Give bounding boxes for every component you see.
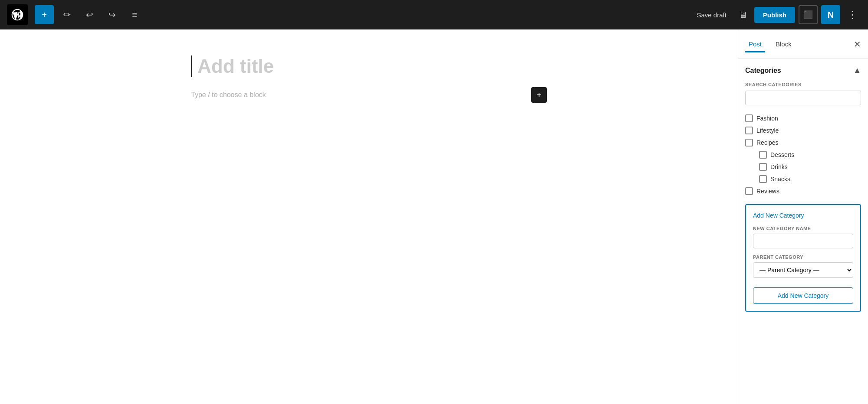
save-draft-button[interactable]: Save draft — [691, 8, 731, 22]
close-icon: ✕ — [854, 39, 861, 49]
parent-category-label: PARENT CATEGORY — [753, 254, 853, 260]
wp-logo-icon — [10, 8, 24, 22]
recipes-label: Recipes — [756, 139, 779, 146]
panel-header: Categories ▲ — [745, 66, 861, 75]
monitor-button[interactable]: 🖥 — [735, 7, 751, 23]
snacks-label: Snacks — [770, 176, 790, 182]
editor-content: Add title Type / to choose a block + — [191, 55, 547, 99]
main-area: Add title Type / to choose a block + Pos… — [0, 29, 868, 404]
panel-toggle-icon: ▲ — [853, 66, 861, 75]
recipes-checkbox[interactable] — [745, 139, 753, 147]
search-categories-input[interactable] — [745, 91, 861, 105]
list-item[interactable]: Recipes — [745, 137, 861, 149]
redo-button[interactable]: ↪ — [102, 5, 122, 24]
panel-toggle-button[interactable]: ▲ — [853, 66, 861, 75]
reviews-checkbox[interactable] — [745, 187, 753, 195]
add-block-button[interactable]: + — [35, 5, 54, 24]
edit-button[interactable]: ✏ — [57, 5, 76, 24]
save-draft-label: Save draft — [697, 11, 726, 19]
undo-icon: ↩ — [86, 10, 93, 20]
desserts-checkbox[interactable] — [759, 151, 767, 159]
n-button[interactable]: N — [821, 5, 840, 24]
sidebar-close-button[interactable]: ✕ — [854, 39, 861, 49]
editor-area: Add title Type / to choose a block + — [0, 29, 738, 404]
add-new-category-link[interactable]: Add New Category — [753, 212, 853, 219]
panel-title: Categories — [745, 67, 781, 75]
category-list: Fashion Lifestyle Recipes Desserts Drink… — [745, 112, 861, 197]
tab-block[interactable]: Block — [772, 37, 795, 52]
publish-label: Publish — [763, 11, 786, 19]
list-item[interactable]: Drinks — [745, 161, 861, 173]
fashion-label: Fashion — [756, 115, 778, 122]
sidebar: Post Block ✕ Categories ▲ SEARCH CATEGOR… — [738, 29, 868, 404]
list-item[interactable]: Reviews — [745, 185, 861, 197]
lifestyle-checkbox[interactable] — [745, 127, 753, 134]
new-category-name-label: NEW CATEGORY NAME — [753, 226, 853, 231]
parent-category-group: PARENT CATEGORY — Parent Category — Fash… — [753, 254, 853, 278]
toolbar: + ✏ ↩ ↪ ≡ Save draft 🖥 Publish ⬛ N ⋮ — [0, 0, 868, 29]
new-category-name-input[interactable] — [753, 234, 853, 248]
view-toggle-button[interactable]: ⬛ — [799, 5, 818, 24]
list-item[interactable]: Lifestyle — [745, 124, 861, 137]
list-item[interactable]: Desserts — [745, 149, 861, 161]
add-block-inline-icon: + — [536, 90, 542, 100]
add-new-category-section: Add New Category NEW CATEGORY NAME PAREN… — [745, 204, 861, 312]
block-placeholder-text: Type / to choose a block — [191, 91, 266, 99]
tab-post[interactable]: Post — [745, 37, 765, 52]
add-icon: + — [42, 10, 47, 20]
undo-button[interactable]: ↩ — [80, 5, 99, 24]
lifestyle-label: Lifestyle — [756, 127, 779, 134]
search-categories-label: SEARCH CATEGORIES — [745, 82, 861, 87]
desserts-label: Desserts — [770, 151, 794, 158]
snacks-checkbox[interactable] — [759, 175, 767, 183]
fashion-checkbox[interactable] — [745, 114, 753, 122]
wp-logo — [7, 4, 28, 25]
view-toggle-icon: ⬛ — [803, 10, 813, 20]
categories-panel: Categories ▲ SEARCH CATEGORIES Fashion L… — [738, 59, 868, 319]
publish-button[interactable]: Publish — [754, 7, 795, 23]
list-icon: ≡ — [132, 10, 137, 20]
redo-icon: ↪ — [108, 10, 116, 20]
parent-category-select[interactable]: — Parent Category — Fashion Lifestyle Re… — [753, 262, 853, 278]
drinks-checkbox[interactable] — [759, 163, 767, 171]
block-placeholder: Type / to choose a block + — [191, 91, 547, 99]
add-block-inline-button[interactable]: + — [531, 87, 547, 103]
list-item[interactable]: Snacks — [745, 173, 861, 185]
edit-icon: ✏ — [63, 10, 71, 20]
list-item[interactable]: Fashion — [745, 112, 861, 124]
more-icon: ⋮ — [847, 9, 858, 20]
sidebar-tabs: Post Block ✕ — [738, 29, 868, 59]
add-category-submit-button[interactable]: Add New Category — [753, 287, 853, 304]
reviews-label: Reviews — [756, 188, 779, 195]
list-view-button[interactable]: ≡ — [125, 5, 144, 24]
n-icon: N — [828, 10, 834, 20]
monitor-icon: 🖥 — [739, 10, 747, 20]
drinks-label: Drinks — [770, 163, 788, 170]
post-title-placeholder[interactable]: Add title — [191, 55, 547, 77]
more-options-button[interactable]: ⋮ — [844, 5, 861, 24]
new-category-name-group: NEW CATEGORY NAME — [753, 226, 853, 248]
